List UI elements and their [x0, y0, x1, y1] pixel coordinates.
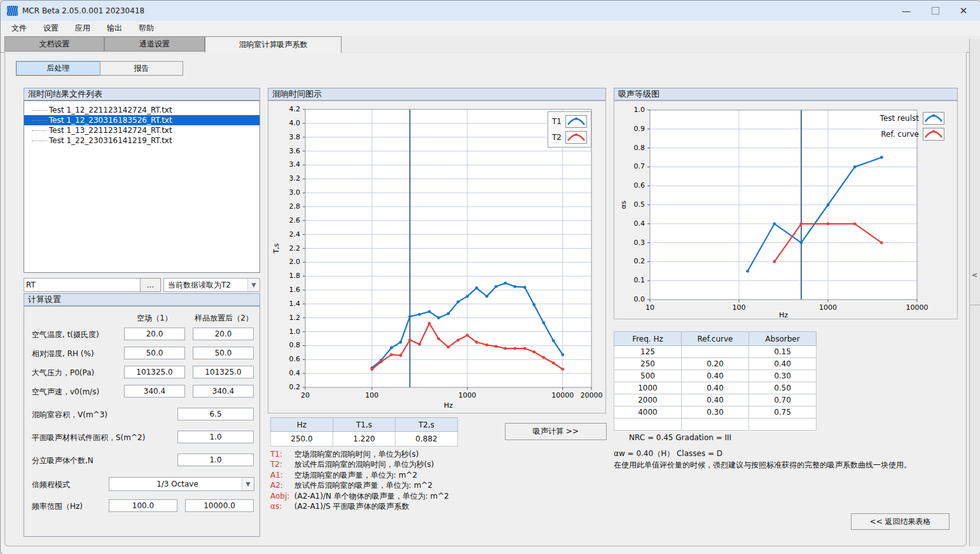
table-row: 2500.200.40 — [614, 358, 817, 370]
menu-item[interactable]: 设置 — [35, 21, 67, 36]
chevron-down-icon[interactable]: ▼ — [247, 279, 259, 291]
table-header-cell: T2,s — [396, 418, 458, 432]
file-name: Test 1_22_230316141219_RT.txt — [49, 136, 172, 145]
app-logo-icon — [7, 6, 18, 16]
chevron-down-icon[interactable]: ▼ — [242, 478, 254, 490]
tab-通道设置[interactable]: 通道设置 — [104, 36, 205, 52]
table-cell: 0.40 — [682, 382, 749, 394]
table-cell: 1.220 — [333, 432, 396, 447]
absorption-calc-button[interactable]: 吸声计算 >> — [505, 423, 607, 440]
freq-range-from-input[interactable] — [109, 499, 177, 512]
legend-label: Test reulst — [880, 114, 919, 123]
symbol-notes: T1: 空场混响室的混响时间，单位为秒(s)T2: 放试件后混响室的混响时间，单… — [270, 449, 449, 511]
tree-connector-icon — [32, 120, 47, 121]
table-cell: 250.0 — [271, 432, 333, 447]
close-button[interactable]: ✕ — [949, 1, 978, 21]
table-header-cell: Hz — [271, 418, 333, 432]
menu-item[interactable]: 输出 — [99, 21, 130, 36]
main-tab-strip: 文档设置通道设置混响室计算吸声系数 — [1, 36, 980, 53]
menu-item[interactable]: 文件 — [3, 21, 35, 36]
chevron-left-icon[interactable]: < — [972, 271, 977, 279]
symbol-prefix: T1: — [270, 449, 292, 459]
svg-text:100: 100 — [733, 303, 746, 312]
rt-file-list: Test 1_12_221123142724_RT.txtTest 1_12_2… — [24, 100, 260, 273]
svg-text:10000: 10000 — [551, 391, 574, 399]
legend-entry: Test reulst — [880, 111, 944, 125]
svg-text:Hz: Hz — [779, 311, 788, 319]
calc-input-with-sample[interactable] — [193, 347, 254, 359]
calc-input-with-sample[interactable] — [193, 385, 254, 398]
svg-text:2.6: 2.6 — [289, 216, 301, 225]
calc-row-label: 分立吸声体个数,N — [32, 455, 93, 466]
grade-chart-header: 吸声等级图 — [614, 88, 958, 100]
calc-input-empty-room[interactable] — [124, 347, 185, 359]
freq-range-label: 频率范围（Hz) — [32, 501, 83, 512]
tab-文档设置[interactable]: 文档设置 — [4, 36, 104, 52]
window-title: MCR Beta 2.05.0.001 20230418 — [22, 6, 144, 15]
subtab-后处理[interactable]: 后处理 — [16, 61, 100, 76]
svg-text:1.0: 1.0 — [634, 106, 645, 114]
svg-text:1000: 1000 — [819, 303, 837, 312]
minimize-button[interactable]: — — [892, 1, 921, 21]
legend-label: Ref. curve — [881, 130, 919, 139]
svg-text:2.2: 2.2 — [289, 244, 301, 253]
symbol-prefix: A2: — [270, 480, 292, 490]
svg-text:0.3: 0.3 — [634, 239, 645, 247]
table-cell — [749, 419, 817, 431]
calc-input-single[interactable] — [177, 454, 254, 466]
octave-mode-value: 1/3 Octave — [109, 480, 242, 488]
table-cell: 0.882 — [396, 432, 458, 447]
rt-chart[interactable]: 0.20.40.60.81.01.21.41.61.82.02.22.42.62… — [268, 101, 605, 413]
octave-mode-combo[interactable]: 1/3 Octave ▼ — [109, 477, 254, 491]
list-item[interactable]: Test 1_13_221123142724_RT.txt — [24, 125, 259, 135]
svg-text:3.6: 3.6 — [289, 147, 301, 155]
tab-混响室计算吸声系数[interactable]: 混响室计算吸声系数 — [205, 36, 342, 53]
svg-text:0.8: 0.8 — [634, 144, 645, 152]
list-item[interactable]: Test 1_12_230316183526_RT.txt — [24, 115, 259, 125]
alpha-w-result-text: αw = 0.40（H） Classes = D — [614, 448, 722, 459]
calc-input-single[interactable] — [177, 431, 254, 443]
data-read-combo[interactable]: 当前数据读取为T2 ▼ — [163, 278, 260, 292]
maximize-button[interactable] — [921, 1, 950, 21]
calc-input-empty-room[interactable] — [124, 328, 185, 340]
table-cell: 500 — [614, 370, 682, 382]
table-cell: 0.40 — [682, 394, 749, 406]
svg-text:0.1: 0.1 — [634, 276, 645, 284]
table-header-cell: T1,s — [333, 418, 396, 432]
svg-text:0.2: 0.2 — [634, 257, 645, 265]
browse-button[interactable]: ... — [140, 278, 161, 292]
rt-name-input[interactable] — [24, 278, 141, 292]
file-name: Test 1_12_221123142724_RT.txt — [49, 106, 172, 114]
calc-input-with-sample[interactable] — [193, 366, 254, 378]
calc-input-empty-room[interactable] — [124, 385, 185, 398]
calc-input-with-sample[interactable] — [193, 328, 254, 340]
advisory-text: 在使用此单值评价量的时候，强烈建议与按照标准获得的完整的吸声系数曲线一块使用。 — [614, 460, 911, 471]
calc-row-label: 混响室容积，V(m^3) — [32, 410, 107, 420]
tree-connector-icon — [32, 141, 47, 141]
svg-text:2.0: 2.0 — [289, 258, 301, 266]
svg-text:1.4: 1.4 — [289, 300, 301, 308]
column-header-empty-room: 空场（1） — [124, 313, 185, 324]
svg-text:0.6: 0.6 — [289, 355, 301, 363]
svg-text:1000: 1000 — [459, 391, 476, 399]
freq-range-to-input[interactable] — [185, 499, 254, 512]
subtab-报告[interactable]: 报告 — [100, 61, 183, 76]
tree-connector-icon — [32, 110, 47, 111]
legend-curve-icon — [923, 128, 944, 141]
calc-input-empty-room[interactable] — [124, 366, 185, 378]
table-cell: 4000 — [614, 406, 682, 419]
svg-text:10: 10 — [645, 303, 654, 312]
maximize-icon — [932, 7, 939, 15]
list-item[interactable]: Test 1_22_230316141219_RT.txt — [24, 135, 259, 146]
menu-item[interactable]: 应用 — [67, 21, 99, 36]
list-item[interactable]: Test 1_12_221123142724_RT.txt — [24, 105, 259, 115]
svg-text:0.5: 0.5 — [634, 200, 645, 209]
svg-text:T,s: T,s — [272, 243, 280, 254]
symbol-description: (A2-A1)/S 平面吸声体的吸声系数 — [292, 502, 409, 511]
grade-chart-legend: Test reulstRef. curve — [880, 111, 944, 141]
svg-text:1.2: 1.2 — [289, 314, 301, 322]
return-results-button[interactable]: << 返回结果表格 — [851, 513, 949, 530]
calc-input-single[interactable] — [177, 408, 254, 420]
rt-chart-legend: T1T2 — [548, 111, 591, 148]
menu-item[interactable]: 帮助 — [130, 21, 162, 36]
